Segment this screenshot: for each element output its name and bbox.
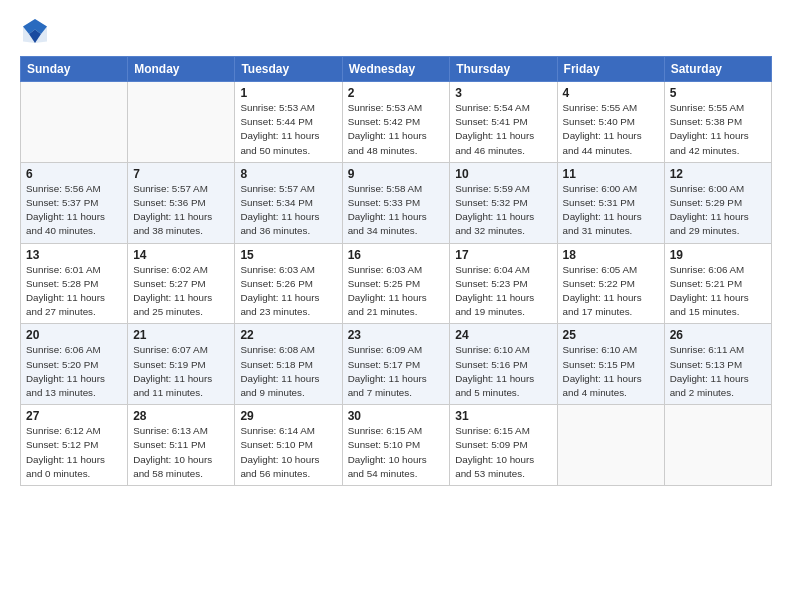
day-info: Sunrise: 5:56 AMSunset: 5:37 PMDaylight:… xyxy=(26,182,122,239)
calendar-cell: 27Sunrise: 6:12 AMSunset: 5:12 PMDayligh… xyxy=(21,405,128,486)
calendar-cell: 26Sunrise: 6:11 AMSunset: 5:13 PMDayligh… xyxy=(664,324,771,405)
day-info: Sunrise: 6:10 AMSunset: 5:16 PMDaylight:… xyxy=(455,343,551,400)
day-info: Sunrise: 5:57 AMSunset: 5:36 PMDaylight:… xyxy=(133,182,229,239)
day-info: Sunrise: 6:10 AMSunset: 5:15 PMDaylight:… xyxy=(563,343,659,400)
calendar-cell xyxy=(557,405,664,486)
day-number: 15 xyxy=(240,248,336,262)
weekday-tuesday: Tuesday xyxy=(235,57,342,82)
day-info: Sunrise: 6:07 AMSunset: 5:19 PMDaylight:… xyxy=(133,343,229,400)
day-number: 16 xyxy=(348,248,445,262)
calendar-cell: 9Sunrise: 5:58 AMSunset: 5:33 PMDaylight… xyxy=(342,162,450,243)
day-number: 27 xyxy=(26,409,122,423)
day-info: Sunrise: 6:06 AMSunset: 5:20 PMDaylight:… xyxy=(26,343,122,400)
day-number: 30 xyxy=(348,409,445,423)
day-info: Sunrise: 6:13 AMSunset: 5:11 PMDaylight:… xyxy=(133,424,229,481)
day-info: Sunrise: 6:02 AMSunset: 5:27 PMDaylight:… xyxy=(133,263,229,320)
calendar-cell: 24Sunrise: 6:10 AMSunset: 5:16 PMDayligh… xyxy=(450,324,557,405)
header-area xyxy=(20,16,772,46)
day-number: 1 xyxy=(240,86,336,100)
day-number: 24 xyxy=(455,328,551,342)
calendar-cell: 7Sunrise: 5:57 AMSunset: 5:36 PMDaylight… xyxy=(128,162,235,243)
logo-area xyxy=(20,16,56,46)
weekday-monday: Monday xyxy=(128,57,235,82)
day-info: Sunrise: 5:53 AMSunset: 5:44 PMDaylight:… xyxy=(240,101,336,158)
day-info: Sunrise: 6:03 AMSunset: 5:26 PMDaylight:… xyxy=(240,263,336,320)
day-number: 4 xyxy=(563,86,659,100)
day-info: Sunrise: 5:55 AMSunset: 5:40 PMDaylight:… xyxy=(563,101,659,158)
calendar-cell: 13Sunrise: 6:01 AMSunset: 5:28 PMDayligh… xyxy=(21,243,128,324)
calendar-cell: 23Sunrise: 6:09 AMSunset: 5:17 PMDayligh… xyxy=(342,324,450,405)
weekday-wednesday: Wednesday xyxy=(342,57,450,82)
weekday-thursday: Thursday xyxy=(450,57,557,82)
logo-icon xyxy=(20,16,50,46)
week-row-3: 13Sunrise: 6:01 AMSunset: 5:28 PMDayligh… xyxy=(21,243,772,324)
day-info: Sunrise: 5:58 AMSunset: 5:33 PMDaylight:… xyxy=(348,182,445,239)
week-row-1: 1Sunrise: 5:53 AMSunset: 5:44 PMDaylight… xyxy=(21,82,772,163)
day-number: 21 xyxy=(133,328,229,342)
day-info: Sunrise: 6:01 AMSunset: 5:28 PMDaylight:… xyxy=(26,263,122,320)
calendar-cell: 29Sunrise: 6:14 AMSunset: 5:10 PMDayligh… xyxy=(235,405,342,486)
day-info: Sunrise: 5:59 AMSunset: 5:32 PMDaylight:… xyxy=(455,182,551,239)
day-info: Sunrise: 5:57 AMSunset: 5:34 PMDaylight:… xyxy=(240,182,336,239)
day-number: 8 xyxy=(240,167,336,181)
day-number: 10 xyxy=(455,167,551,181)
day-number: 7 xyxy=(133,167,229,181)
weekday-saturday: Saturday xyxy=(664,57,771,82)
calendar-cell: 5Sunrise: 5:55 AMSunset: 5:38 PMDaylight… xyxy=(664,82,771,163)
day-number: 25 xyxy=(563,328,659,342)
calendar-cell: 1Sunrise: 5:53 AMSunset: 5:44 PMDaylight… xyxy=(235,82,342,163)
calendar-cell: 16Sunrise: 6:03 AMSunset: 5:25 PMDayligh… xyxy=(342,243,450,324)
calendar-cell: 15Sunrise: 6:03 AMSunset: 5:26 PMDayligh… xyxy=(235,243,342,324)
day-info: Sunrise: 6:06 AMSunset: 5:21 PMDaylight:… xyxy=(670,263,766,320)
calendar-table: SundayMondayTuesdayWednesdayThursdayFrid… xyxy=(20,56,772,486)
day-number: 9 xyxy=(348,167,445,181)
day-number: 20 xyxy=(26,328,122,342)
calendar-cell xyxy=(128,82,235,163)
calendar-cell: 30Sunrise: 6:15 AMSunset: 5:10 PMDayligh… xyxy=(342,405,450,486)
calendar-cell: 22Sunrise: 6:08 AMSunset: 5:18 PMDayligh… xyxy=(235,324,342,405)
day-info: Sunrise: 6:15 AMSunset: 5:09 PMDaylight:… xyxy=(455,424,551,481)
weekday-sunday: Sunday xyxy=(21,57,128,82)
day-info: Sunrise: 6:05 AMSunset: 5:22 PMDaylight:… xyxy=(563,263,659,320)
calendar-cell: 12Sunrise: 6:00 AMSunset: 5:29 PMDayligh… xyxy=(664,162,771,243)
day-number: 22 xyxy=(240,328,336,342)
calendar-cell: 8Sunrise: 5:57 AMSunset: 5:34 PMDaylight… xyxy=(235,162,342,243)
calendar-cell: 6Sunrise: 5:56 AMSunset: 5:37 PMDaylight… xyxy=(21,162,128,243)
calendar-cell: 18Sunrise: 6:05 AMSunset: 5:22 PMDayligh… xyxy=(557,243,664,324)
calendar-cell: 3Sunrise: 5:54 AMSunset: 5:41 PMDaylight… xyxy=(450,82,557,163)
day-info: Sunrise: 5:55 AMSunset: 5:38 PMDaylight:… xyxy=(670,101,766,158)
day-number: 17 xyxy=(455,248,551,262)
calendar-cell: 31Sunrise: 6:15 AMSunset: 5:09 PMDayligh… xyxy=(450,405,557,486)
calendar-cell xyxy=(21,82,128,163)
day-number: 23 xyxy=(348,328,445,342)
week-row-2: 6Sunrise: 5:56 AMSunset: 5:37 PMDaylight… xyxy=(21,162,772,243)
day-info: Sunrise: 6:08 AMSunset: 5:18 PMDaylight:… xyxy=(240,343,336,400)
weekday-friday: Friday xyxy=(557,57,664,82)
day-number: 28 xyxy=(133,409,229,423)
day-number: 5 xyxy=(670,86,766,100)
day-info: Sunrise: 6:03 AMSunset: 5:25 PMDaylight:… xyxy=(348,263,445,320)
day-info: Sunrise: 6:04 AMSunset: 5:23 PMDaylight:… xyxy=(455,263,551,320)
calendar-cell: 19Sunrise: 6:06 AMSunset: 5:21 PMDayligh… xyxy=(664,243,771,324)
weekday-header-row: SundayMondayTuesdayWednesdayThursdayFrid… xyxy=(21,57,772,82)
calendar-cell: 28Sunrise: 6:13 AMSunset: 5:11 PMDayligh… xyxy=(128,405,235,486)
day-info: Sunrise: 6:09 AMSunset: 5:17 PMDaylight:… xyxy=(348,343,445,400)
day-number: 13 xyxy=(26,248,122,262)
day-info: Sunrise: 6:00 AMSunset: 5:29 PMDaylight:… xyxy=(670,182,766,239)
day-info: Sunrise: 5:53 AMSunset: 5:42 PMDaylight:… xyxy=(348,101,445,158)
day-number: 11 xyxy=(563,167,659,181)
calendar-cell: 10Sunrise: 5:59 AMSunset: 5:32 PMDayligh… xyxy=(450,162,557,243)
week-row-5: 27Sunrise: 6:12 AMSunset: 5:12 PMDayligh… xyxy=(21,405,772,486)
day-info: Sunrise: 6:11 AMSunset: 5:13 PMDaylight:… xyxy=(670,343,766,400)
day-number: 3 xyxy=(455,86,551,100)
day-number: 29 xyxy=(240,409,336,423)
day-info: Sunrise: 6:14 AMSunset: 5:10 PMDaylight:… xyxy=(240,424,336,481)
day-number: 6 xyxy=(26,167,122,181)
calendar-cell xyxy=(664,405,771,486)
day-info: Sunrise: 6:12 AMSunset: 5:12 PMDaylight:… xyxy=(26,424,122,481)
calendar-cell: 14Sunrise: 6:02 AMSunset: 5:27 PMDayligh… xyxy=(128,243,235,324)
day-number: 14 xyxy=(133,248,229,262)
calendar-cell: 2Sunrise: 5:53 AMSunset: 5:42 PMDaylight… xyxy=(342,82,450,163)
calendar-cell: 20Sunrise: 6:06 AMSunset: 5:20 PMDayligh… xyxy=(21,324,128,405)
calendar-cell: 17Sunrise: 6:04 AMSunset: 5:23 PMDayligh… xyxy=(450,243,557,324)
